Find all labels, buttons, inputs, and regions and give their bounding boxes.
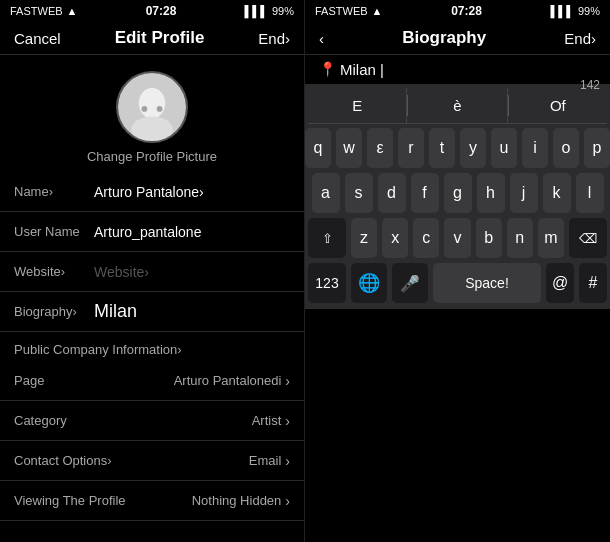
svg-point-1 [139, 88, 165, 118]
key-j[interactable]: j [510, 173, 538, 213]
key-u[interactable]: u [491, 128, 517, 168]
name-value[interactable]: Arturo Pantalone› [94, 184, 290, 200]
carrier-label: FASTWEB [10, 5, 63, 17]
key-n[interactable]: n [507, 218, 533, 258]
bio-content-area: 📍 Milan | 142 [305, 55, 610, 84]
key-k[interactable]: k [543, 173, 571, 213]
key-g[interactable]: g [444, 173, 472, 213]
key-c[interactable]: c [413, 218, 439, 258]
contact-row[interactable]: Contact Options› Email › [0, 441, 304, 481]
website-value[interactable]: Website› [94, 264, 290, 280]
viewing-label: Viewing The Profile [14, 493, 134, 508]
page-label: Page [14, 373, 114, 388]
left-nav-bar: Cancel Edit Profile End› [0, 22, 304, 55]
keyboard-row-2: a s d f g h j k l [308, 173, 607, 213]
right-status-right-icons: ▌▌▌ 99% [551, 5, 600, 17]
key-f[interactable]: f [411, 173, 439, 213]
keyboard-bottom-row: 123 🌐 🎤 Space! @ # [308, 263, 607, 303]
key-d[interactable]: d [378, 173, 406, 213]
delete-key[interactable]: ⌫ [569, 218, 607, 258]
svg-point-3 [142, 106, 148, 112]
suggestion-3[interactable]: Of [509, 88, 607, 123]
back-button[interactable]: ‹ [319, 30, 324, 47]
change-profile-picture-label[interactable]: Change Profile Picture [87, 149, 217, 164]
key-l[interactable]: l [576, 173, 604, 213]
keyboard: Ε è Of q w ε r t y u i o p a s d f g h j [305, 84, 610, 309]
username-label: User Name [14, 224, 94, 239]
viewing-row[interactable]: Viewing The Profile Nothing Hidden › [0, 481, 304, 521]
biography-title: Biography [402, 28, 486, 48]
right-end-button[interactable]: End› [564, 30, 596, 47]
svg-point-4 [157, 106, 163, 112]
website-row: Website› Website› [0, 252, 304, 292]
edit-profile-title: Edit Profile [115, 28, 205, 48]
key-v[interactable]: v [444, 218, 470, 258]
shift-key[interactable]: ⇧ [308, 218, 346, 258]
category-value: Artist [114, 413, 281, 428]
contact-arrow-icon: › [285, 453, 290, 469]
globe-key[interactable]: 🌐 [351, 263, 387, 303]
category-row[interactable]: Category Artist › [0, 401, 304, 441]
keyboard-row-3: ⇧ z x c v b n m ⌫ [308, 218, 607, 258]
key-i[interactable]: i [522, 128, 548, 168]
key-m[interactable]: m [538, 218, 564, 258]
pin-icon: 📍 [319, 61, 336, 77]
key-r[interactable]: r [398, 128, 424, 168]
key-h[interactable]: h [477, 173, 505, 213]
right-signal-icon: ▌▌▌ [551, 5, 574, 17]
viewing-arrow-icon: › [285, 493, 290, 509]
biography-panel: FASTWEB ▲ 07:28 ▌▌▌ 99% ‹ Biography End›… [305, 0, 610, 542]
bio-text-display: 📍 Milan | [319, 61, 596, 78]
key-z[interactable]: z [351, 218, 377, 258]
battery-icon: 99% [272, 5, 294, 17]
bio-text[interactable]: Milan | [340, 61, 384, 78]
mic-key[interactable]: 🎤 [392, 263, 428, 303]
key-e[interactable]: ε [367, 128, 393, 168]
contact-value: Email [114, 453, 281, 468]
viewing-value: Nothing Hidden [134, 493, 281, 508]
key-p[interactable]: p [584, 128, 610, 168]
biography-value[interactable]: Milan [94, 301, 290, 322]
right-nav-bar: ‹ Biography End› [305, 22, 610, 55]
key-o[interactable]: o [553, 128, 579, 168]
profile-pic-section[interactable]: Change Profile Picture [0, 55, 304, 172]
name-row: Name› Arturo Pantalone› [0, 172, 304, 212]
edit-profile-panel: FASTWEB ▲ 07:28 ▌▌▌ 99% Cancel Edit Prof… [0, 0, 305, 542]
category-arrow-icon: › [285, 413, 290, 429]
page-row[interactable]: Page Arturo Pantalonedi › [0, 361, 304, 401]
right-status-bar: FASTWEB ▲ 07:28 ▌▌▌ 99% [305, 0, 610, 22]
avatar[interactable] [116, 71, 188, 143]
hash-key[interactable]: # [579, 263, 607, 303]
right-status-icons: ▌▌▌ 99% [245, 5, 294, 17]
key-x[interactable]: x [382, 218, 408, 258]
char-count: 142 [580, 78, 600, 92]
name-label: Name› [14, 184, 94, 199]
username-row: User Name Arturo_pantalone [0, 212, 304, 252]
left-status-bar: FASTWEB ▲ 07:28 ▌▌▌ 99% [0, 0, 304, 22]
right-wifi-icon: ▲ [372, 5, 383, 17]
key-s[interactable]: s [345, 173, 373, 213]
num-key[interactable]: 123 [308, 263, 346, 303]
key-y[interactable]: y [460, 128, 486, 168]
biography-label: Biography› [14, 304, 94, 319]
suggestion-2[interactable]: è [408, 88, 507, 123]
suggestion-1[interactable]: Ε [308, 88, 407, 123]
left-status-icons: FASTWEB ▲ [10, 5, 77, 17]
signal-icon: ▌▌▌ [245, 5, 268, 17]
end-button[interactable]: End› [258, 30, 290, 47]
key-t[interactable]: t [429, 128, 455, 168]
time-display: 07:28 [146, 4, 177, 18]
keyboard-row-1: q w ε r t y u i o p [308, 128, 607, 168]
key-a[interactable]: a [312, 173, 340, 213]
key-w[interactable]: w [336, 128, 362, 168]
key-q[interactable]: q [305, 128, 331, 168]
cancel-button[interactable]: Cancel [14, 30, 61, 47]
public-section-header: Public Company Information› [0, 332, 304, 361]
username-value[interactable]: Arturo_pantalone [94, 224, 290, 240]
contact-label: Contact Options› [14, 453, 114, 468]
at-key[interactable]: @ [546, 263, 574, 303]
key-b[interactable]: b [476, 218, 502, 258]
category-label: Category [14, 413, 114, 428]
space-key[interactable]: Space! [433, 263, 541, 303]
right-status-left-icons: FASTWEB ▲ [315, 5, 382, 17]
